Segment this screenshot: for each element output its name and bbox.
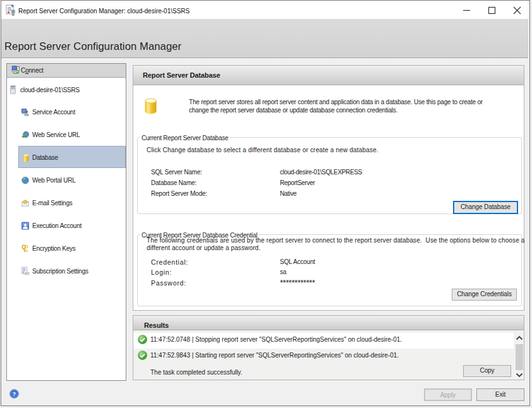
svg-text:?: ? [13,390,16,397]
